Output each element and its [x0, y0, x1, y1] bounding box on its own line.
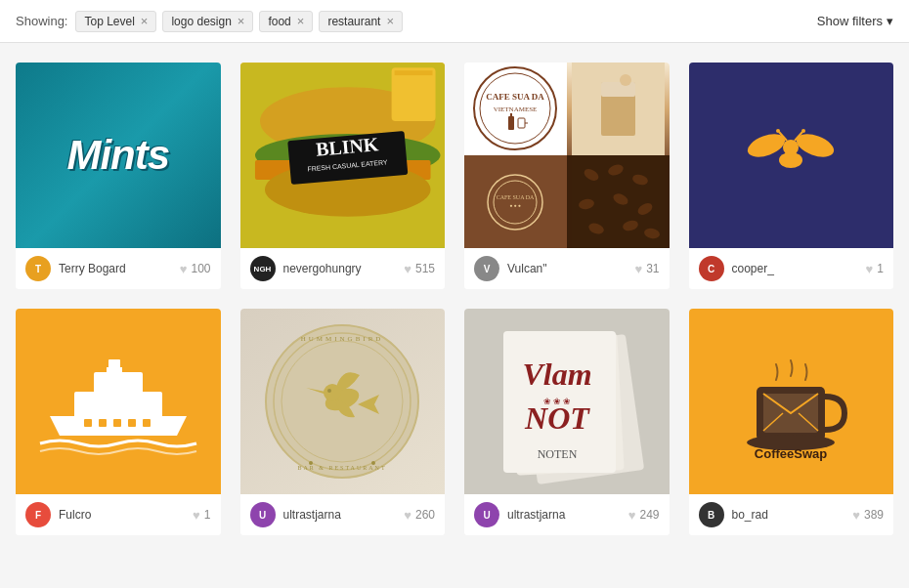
- card-vlam-noten[interactable]: Vlam ❀ ❀ ❀ NOT NOTEN U ultrastjarna ♥ 24…: [464, 309, 670, 535]
- heart-icon: ♥: [404, 508, 411, 523]
- svg-text:CAFE SUA DA: CAFE SUA DA: [486, 92, 544, 102]
- likes-cafe: ♥ 31: [634, 262, 659, 276]
- svg-point-39: [783, 140, 799, 155]
- likes-count: 260: [415, 508, 435, 522]
- card-image-mints: Mints: [16, 63, 221, 248]
- card-meta-vlam: U ultrastjarna ♥ 249: [464, 494, 670, 535]
- card-image-vlam: Vlam ❀ ❀ ❀ NOT NOTEN: [464, 309, 670, 494]
- heart-icon: ♥: [866, 262, 874, 276]
- filter-header: Showing: Top Level × logo design × food …: [0, 0, 909, 43]
- show-filters-button[interactable]: Show filters ▾: [817, 14, 893, 28]
- card-mints[interactable]: Mints T Terry Bogard ♥ 100: [16, 63, 221, 289]
- card-meta-fulcro: F Fulcro ♥ 1: [16, 494, 221, 535]
- vlam-cards-svg: Vlam ❀ ❀ ❀ NOT NOTEN: [469, 312, 665, 492]
- cafe-logo-svg: CAFE SUA DA VIETNAMESE: [469, 63, 562, 155]
- card-meta-blink: NGH nevergohungry ♥ 515: [240, 248, 446, 289]
- svg-point-21: [620, 74, 631, 86]
- card-coffeeswap[interactable]: CoffeeSwap B bo_rad ♥ 389: [689, 309, 894, 535]
- svg-text:NOTEN: NOTEN: [537, 447, 577, 461]
- likes-mints: ♥ 100: [180, 262, 211, 276]
- avatar-fulcro: F: [25, 502, 51, 527]
- heart-icon: ♥: [628, 508, 636, 523]
- card-hummingbird[interactable]: HUMMINGBIRD BAR & RESTAURANT U ultrastja…: [240, 309, 446, 535]
- card-cooper-bee[interactable]: C cooper_ ♥ 1: [689, 63, 894, 289]
- likes-coffeeswap: ♥ 389: [852, 508, 884, 523]
- avatar-ultrastjarna1: U: [250, 502, 276, 527]
- chevron-down-icon: ▾: [887, 14, 893, 28]
- likes-hummingbird: ♥ 260: [404, 508, 435, 523]
- coffeeswap-logo-svg: CoffeeSwap: [713, 333, 869, 470]
- card-meta-mints: T Terry Bogard ♥ 100: [16, 248, 221, 289]
- likes-vlam: ♥ 249: [628, 508, 660, 523]
- card-image-fulcro: [16, 309, 221, 494]
- filter-remove-icon[interactable]: ×: [386, 15, 394, 27]
- svg-rect-52: [107, 367, 122, 372]
- show-filters-label: Show filters: [817, 14, 883, 28]
- card-cafe-sua-da[interactable]: CAFE SUA DA VIETNAMESE: [464, 63, 670, 289]
- svg-point-58: [327, 389, 331, 393]
- svg-rect-15: [510, 113, 512, 117]
- svg-point-41: [776, 129, 780, 133]
- heart-icon: ♥: [634, 262, 642, 276]
- avatar-borad: B: [699, 502, 724, 527]
- svg-point-22: [488, 175, 542, 230]
- username-ngh: nevergohungry: [283, 262, 397, 275]
- likes-count: 389: [864, 508, 884, 522]
- likes-count: 1: [204, 508, 211, 522]
- filter-remove-icon[interactable]: ×: [141, 15, 149, 27]
- svg-rect-9: [394, 70, 432, 75]
- avatar-cooper: C: [699, 256, 724, 281]
- heart-icon: ♥: [404, 262, 411, 276]
- svg-rect-50: [143, 419, 151, 427]
- svg-rect-20: [601, 82, 635, 97]
- username-cooper: cooper_: [732, 262, 858, 275]
- card-meta-coffeeswap: B bo_rad ♥ 389: [689, 494, 894, 535]
- filter-tag-food[interactable]: food ×: [259, 11, 313, 32]
- card-blink[interactable]: BLINK FRESH CASUAL EATERY NGH nevergohun…: [240, 63, 446, 289]
- svg-rect-46: [84, 419, 92, 427]
- bee-logo-svg: [732, 106, 849, 204]
- svg-rect-47: [99, 419, 107, 427]
- card-fulcro[interactable]: F Fulcro ♥ 1: [16, 309, 221, 535]
- likes-blink: ♥ 515: [404, 262, 435, 276]
- avatar-ultrastjarna2: U: [474, 502, 499, 527]
- card-image-coffeeswap: CoffeeSwap: [689, 309, 894, 494]
- filter-remove-icon[interactable]: ×: [297, 15, 305, 27]
- svg-text:NOT: NOT: [524, 400, 590, 436]
- likes-fulcro: ♥ 1: [193, 508, 210, 523]
- likes-count: 249: [639, 508, 659, 522]
- mints-logo-text: Mints: [66, 132, 169, 179]
- filter-tag-top-level[interactable]: Top Level ×: [75, 11, 156, 32]
- blink-sandwich-svg: BLINK FRESH CASUAL EATERY: [240, 63, 446, 248]
- filter-tag-label: logo design: [171, 15, 231, 28]
- filter-remove-icon[interactable]: ×: [238, 15, 245, 27]
- filters-row: Top Level × logo design × food × restaur…: [75, 11, 816, 32]
- card-meta-cafe: V Vulcan" ♥ 31: [464, 248, 670, 289]
- username-vulcan: Vulcan": [507, 262, 627, 275]
- username-borad: bo_rad: [732, 508, 845, 522]
- card-image-cafe: CAFE SUA DA VIETNAMESE: [464, 63, 670, 248]
- filter-tag-label: food: [268, 15, 290, 28]
- username-fulcro: Fulcro: [59, 508, 185, 522]
- likes-bee: ♥ 1: [866, 262, 884, 276]
- card-image-hummingbird: HUMMINGBIRD BAR & RESTAURANT: [240, 309, 446, 494]
- svg-text:Vlam: Vlam: [522, 357, 591, 392]
- svg-point-61: [309, 461, 313, 465]
- filter-tag-label: Top Level: [84, 15, 134, 28]
- svg-text:●  ●  ●: ● ● ●: [510, 203, 522, 208]
- svg-text:CAFE SUA DA: CAFE SUA DA: [497, 194, 535, 200]
- svg-rect-44: [74, 392, 162, 418]
- svg-rect-16: [518, 118, 525, 128]
- filter-tag-restaurant[interactable]: restaurant ×: [319, 11, 403, 32]
- card-meta-hummingbird: U ultrastjarna ♥ 260: [240, 494, 446, 535]
- filter-tag-logo-design[interactable]: logo design ×: [162, 11, 253, 32]
- avatar-vulcan: V: [474, 256, 499, 281]
- svg-rect-48: [113, 419, 121, 427]
- likes-count: 100: [191, 262, 210, 275]
- hummingbird-logo-svg: HUMMINGBIRD BAR & RESTAURANT: [252, 312, 433, 492]
- showing-label: Showing:: [16, 14, 67, 28]
- username-terry: Terry Bogard: [59, 262, 172, 275]
- card-image-bee: [689, 63, 894, 248]
- svg-point-23: [494, 181, 537, 224]
- ship-logo-svg: [30, 338, 206, 465]
